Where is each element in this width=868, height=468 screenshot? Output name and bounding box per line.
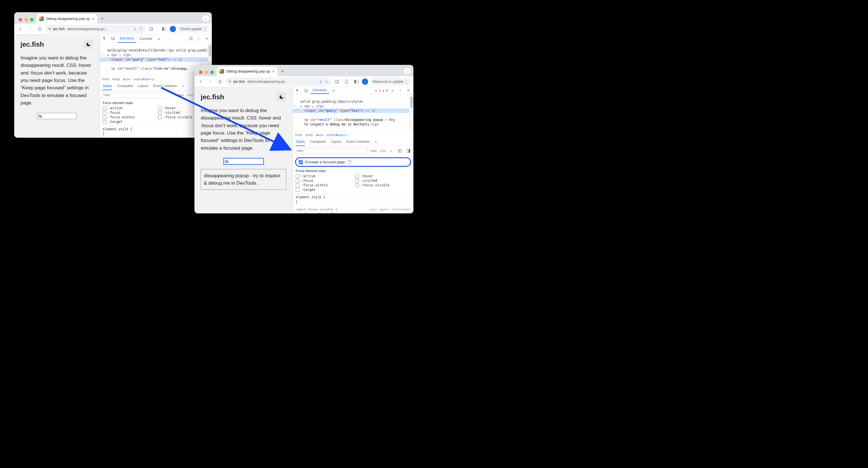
close-devtools-icon[interactable]: ✕ — [405, 87, 412, 94]
settings-gear-icon[interactable] — [389, 87, 396, 94]
minimize-window-icon[interactable] — [25, 18, 28, 21]
computed-styles-icon[interactable] — [405, 147, 412, 154]
query-input[interactable] — [224, 158, 264, 165]
query-input[interactable] — [37, 113, 77, 119]
toggle-common-rendering-icon[interactable] — [396, 147, 403, 154]
reload-button[interactable] — [36, 25, 44, 33]
extensions-icon[interactable] — [147, 25, 155, 33]
devtools-menu-icon[interactable]: ⋮ — [195, 35, 202, 42]
update-pill[interactable]: Finish update ⋮ — [178, 25, 210, 32]
browser-tab[interactable]: Debug disappearing pop up × — [36, 14, 97, 24]
back-button[interactable] — [17, 25, 25, 33]
settings-gear-icon[interactable] — [187, 35, 194, 42]
ua-style-rule[interactable]: user agent stylesheet input:focus-visibl… — [293, 206, 413, 213]
minimize-window-icon[interactable] — [205, 70, 208, 74]
force-state-heading: Force element state — [293, 168, 413, 174]
new-tab-button[interactable]: + — [279, 67, 287, 76]
state-focus[interactable]: :focus — [296, 179, 351, 183]
new-style-rule-icon[interactable]: ＋ — [388, 147, 395, 154]
subtab-computed[interactable]: Computed — [310, 138, 326, 146]
subtab-styles[interactable]: Styles — [296, 138, 305, 146]
state-active[interactable]: :active — [296, 174, 351, 178]
help-icon[interactable]: ? — [347, 160, 351, 164]
subtab-layout[interactable]: Layout — [138, 82, 148, 90]
state-active[interactable]: :active — [103, 106, 154, 110]
profile-avatar[interactable] — [362, 79, 368, 85]
devtools-menu-icon[interactable]: ⋮ — [397, 87, 404, 94]
close-window-icon[interactable] — [19, 18, 22, 21]
tab-list-button[interactable]: ⌄ — [202, 15, 210, 22]
side-panel-icon[interactable] — [352, 78, 360, 86]
address-bar[interactable]: ⇆ jec.fish/demo/disappearing-po… ⤓ ☆ — [226, 78, 331, 86]
emulate-focused-checkbox[interactable] — [299, 160, 303, 164]
close-tab-icon[interactable]: × — [272, 69, 275, 74]
bookmark-icon[interactable]: ☆ — [325, 79, 329, 84]
profile-avatar[interactable] — [170, 26, 176, 32]
experiments-icon[interactable] — [343, 78, 350, 86]
maximize-window-icon[interactable] — [210, 70, 214, 74]
subtab-layout[interactable]: Layout — [331, 138, 341, 146]
cls-toggle[interactable]: .cls — [379, 149, 386, 153]
device-toolbar-icon[interactable] — [110, 35, 116, 42]
emulate-focused-page[interactable]: Emulate a focused page ? — [295, 157, 411, 167]
dark-mode-toggle[interactable] — [84, 39, 93, 49]
install-app-icon[interactable]: ⤓ — [319, 79, 322, 84]
tab-more[interactable]: » — [156, 34, 162, 43]
state-focus-within[interactable]: :focus-within — [103, 115, 154, 119]
forward-button[interactable] — [26, 25, 34, 33]
state-focus-visible[interactable]: :focus-visible — [355, 183, 410, 187]
state-visited[interactable]: :visited — [355, 179, 410, 183]
close-devtools-icon[interactable]: ✕ — [203, 35, 210, 42]
tab-more[interactable]: » — [330, 87, 337, 94]
reload-button[interactable] — [216, 78, 224, 86]
hov-toggle[interactable]: :hov — [369, 149, 377, 153]
kebab-menu-icon[interactable]: ⋮ — [203, 27, 207, 31]
update-pill[interactable]: Relaunch to update ⋮ — [370, 78, 411, 85]
side-panel-icon[interactable] — [160, 25, 168, 33]
tab-list-button[interactable]: ⌄ — [403, 68, 411, 75]
site-settings-icon[interactable]: ⇆ — [228, 80, 231, 83]
force-state-grid: :active :hover :focus :visited :focus-wi… — [293, 174, 413, 194]
bookmark-icon[interactable]: ☆ — [139, 27, 143, 31]
dark-mode-toggle[interactable] — [277, 92, 286, 102]
subtab-event-listeners[interactable]: Event Listeners — [346, 138, 370, 146]
browser-tab[interactable]: Debug disappearing pop up × — [217, 66, 278, 76]
forward-button[interactable] — [207, 78, 214, 86]
elements-breadcrumb[interactable]: html body main input#query — [293, 132, 413, 138]
state-hover[interactable]: :hover — [355, 174, 410, 178]
subtab-event-listeners[interactable]: Event Listeners — [153, 82, 177, 90]
dom-scrollbar[interactable] — [409, 94, 413, 132]
address-bar[interactable]: ⇆ jec.fish/demo/disappearing-po… ⤓ ☆ — [45, 25, 146, 33]
subtab-styles[interactable]: Styles — [103, 82, 112, 90]
back-button[interactable] — [197, 78, 205, 86]
styles-filter-input[interactable] — [294, 148, 368, 154]
subtab-computed[interactable]: Computed — [117, 82, 133, 90]
close-window-icon[interactable] — [199, 70, 203, 74]
state-focus-within[interactable]: :focus-within — [296, 183, 351, 187]
device-toolbar-icon[interactable] — [303, 87, 309, 94]
cls-toggle[interactable]: .cls — [186, 93, 193, 97]
inspect-icon[interactable] — [294, 87, 301, 94]
site-settings-icon[interactable]: ⇆ — [48, 27, 51, 31]
state-target[interactable]: :target — [296, 188, 351, 192]
inspect-icon[interactable] — [101, 35, 108, 42]
kebab-menu-icon[interactable]: ⋮ — [405, 79, 408, 84]
tab-elements[interactable]: Elements — [310, 87, 329, 94]
subtab-more[interactable]: » — [375, 138, 377, 146]
dom-tree[interactable]: solid gray;padding:10px}</style> ▸ <p> …… — [293, 94, 413, 132]
styles-filter-input[interactable] — [101, 92, 175, 98]
tab-elements[interactable]: Elements — [117, 34, 136, 43]
new-tab-button[interactable]: + — [98, 15, 106, 23]
close-tab-icon[interactable]: × — [92, 17, 94, 21]
element-style-rule[interactable]: element.style { } — [293, 194, 413, 206]
page-title: jec.fish — [201, 92, 286, 102]
tab-console[interactable]: Console — [137, 34, 154, 43]
issues-badge[interactable]: ⊗2 ▲3 — [375, 89, 388, 92]
install-app-icon[interactable]: ⤓ — [133, 27, 136, 31]
hov-toggle[interactable]: :hov — [176, 93, 184, 97]
state-focus[interactable]: :focus — [103, 111, 154, 115]
state-target[interactable]: :target — [103, 120, 154, 124]
maximize-window-icon[interactable] — [30, 18, 34, 21]
subtab-more[interactable]: » — [182, 82, 184, 90]
extensions-icon[interactable] — [333, 78, 341, 86]
